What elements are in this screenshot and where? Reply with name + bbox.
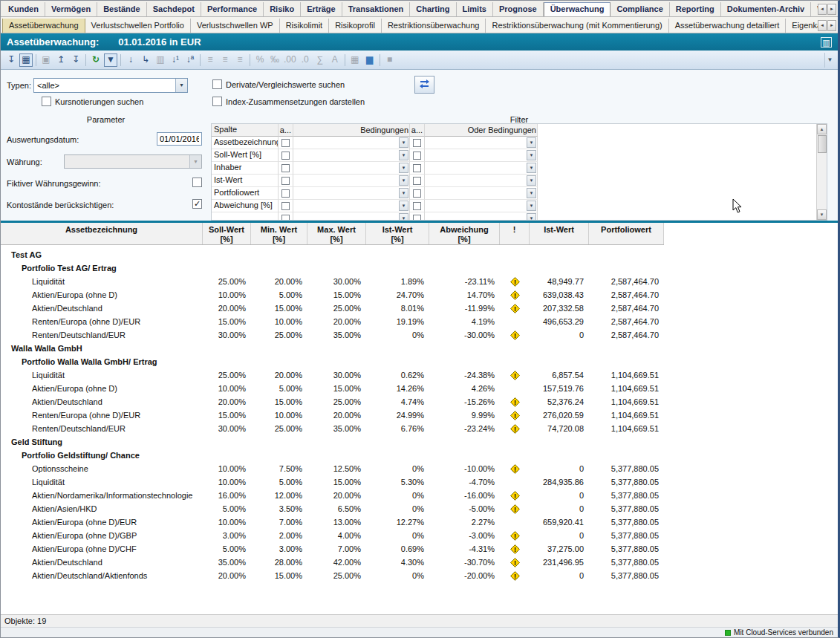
column-header-soll-wert[interactable]: Soll-Wert[%] (203, 223, 251, 244)
tab-scroll-left-button[interactable]: ◄ (818, 20, 827, 31)
asset-row[interactable]: Liquidität25.00%20.00%30.00%0.62%-24.38%… (1, 368, 838, 382)
export-icon[interactable]: ↧ (4, 53, 18, 67)
filter-or-checkbox[interactable] (413, 139, 421, 147)
filter-row[interactable]: Abweichung [%]▼▼ (212, 200, 538, 212)
filter-row[interactable]: ▼▼ (212, 212, 538, 221)
scroll-up-icon[interactable]: ▲ (817, 124, 827, 134)
column-header-ist-wert-pct[interactable]: Ist-Wert[%] (366, 223, 429, 244)
typen-select[interactable]: <alle> ▼ (33, 78, 188, 93)
chevron-down-icon[interactable]: ▼ (399, 175, 408, 186)
append-row-icon[interactable]: ↳ (139, 53, 152, 67)
chevron-down-icon[interactable]: ▼ (527, 175, 536, 186)
refresh-icon[interactable]: ↻ (89, 53, 102, 67)
chevron-down-icon[interactable]: ▼ (175, 79, 187, 92)
chevron-down-icon[interactable]: ▼ (399, 201, 408, 211)
filter-or-checkbox[interactable] (413, 202, 421, 210)
filter-row[interactable]: Soll-Wert [%]▼▼ (212, 149, 538, 162)
column-header-min-wert[interactable]: Min. Wert[%] (251, 223, 307, 244)
filter-and-checkbox[interactable] (281, 152, 290, 160)
sub-tab-assetüberwachung[interactable]: Assetüberwachung (2, 19, 85, 33)
or-condition-dropdown[interactable]: ▼ (426, 163, 536, 173)
asset-row[interactable]: Liquidität25.00%20.00%30.00%1.89%-23.11%… (1, 275, 838, 288)
client-row[interactable]: Geld Stiftung (1, 435, 838, 449)
chevron-down-icon[interactable]: ▼ (399, 150, 408, 160)
or-condition-dropdown[interactable]: ▼ (426, 201, 536, 211)
filter-row[interactable]: Portfoliowert▼▼ (212, 187, 538, 200)
asset-row[interactable]: Aktien/Europa (ohne D)/EUR10.00%7.00%13.… (1, 515, 838, 529)
asset-row[interactable]: Liquidität10.00%5.00%15.00%5.30%-4.70%28… (1, 475, 838, 489)
refresh-button[interactable] (414, 76, 434, 94)
sub-tab-restriktionsüberwachung[interactable]: Restriktionsüberwachung (382, 19, 486, 33)
main-tab-vermögen[interactable]: Vermögen (45, 2, 97, 16)
kursnotierungen-checkbox[interactable]: Kursnotierungen suchen (42, 97, 143, 106)
filter-row[interactable]: Assetbezeichnung▼▼ (212, 137, 538, 149)
condition-dropdown[interactable]: ▼ (294, 150, 408, 160)
condition-dropdown[interactable]: ▼ (294, 163, 408, 173)
main-tab-sachdepot[interactable]: Sachdepot (147, 2, 201, 16)
client-row[interactable]: Test AG (1, 248, 838, 261)
expand-rows-icon[interactable]: ↧ (69, 53, 82, 67)
chevron-down-icon[interactable]: ▼ (527, 188, 536, 198)
filter-row[interactable]: Inhaber▼▼ (212, 162, 538, 175)
filter-scrollbar[interactable]: ▲ ▼ (816, 124, 827, 220)
column-header-max-wert[interactable]: Max. Wert[%] (307, 223, 366, 244)
chevron-down-icon[interactable]: ▼ (399, 188, 408, 198)
column-header-portfoliowert[interactable]: Portfoliowert (589, 223, 664, 244)
main-tab-erträge[interactable]: Erträge (301, 2, 342, 16)
asset-row[interactable]: Aktien/Deutschland20.00%15.00%25.00%8.01… (1, 302, 838, 315)
scroll-down-icon[interactable]: ▼ (817, 209, 827, 220)
index-checkbox-box[interactable] (212, 97, 222, 106)
filter-or-checkbox[interactable] (413, 177, 421, 185)
sub-tab-assetüberwachung-detailliert[interactable]: Assetüberwachung detailliert (669, 19, 787, 33)
tab-scroll-right-button[interactable]: ► (827, 20, 836, 31)
toolbar-overflow-icon[interactable]: ▼ (824, 53, 835, 68)
main-tab-performance[interactable]: Performance (201, 2, 264, 16)
condition-dropdown[interactable]: ▼ (294, 188, 408, 198)
asset-row[interactable]: Renten/Deutschland/EUR30.00%25.00%35.00%… (1, 328, 838, 342)
column-header-abweichung[interactable]: Abweichung[%] (429, 223, 500, 244)
portfolio-row[interactable]: Portfolio Test AG/ Ertrag (1, 261, 838, 275)
insert-row-icon[interactable]: ↓ (124, 53, 137, 67)
asset-row[interactable]: Aktien/Asien/HKD5.00%3.50%6.50%0%-5.00%!… (1, 502, 838, 515)
filter-row[interactable]: Ist-Wert▼▼ (212, 175, 538, 187)
titlebar-layout-icon[interactable]: ▥ (821, 37, 832, 48)
main-tab-dokumenten-archiv[interactable]: Dokumenten-Archiv (721, 2, 812, 16)
or-condition-dropdown[interactable]: ▼ (426, 175, 536, 186)
main-tab-charting[interactable]: Charting (410, 2, 456, 16)
column-header-warn[interactable]: ! (500, 223, 530, 244)
fiktiver-waehrungsgewinn-checkbox[interactable] (192, 178, 202, 187)
chevron-down-icon[interactable]: ▼ (527, 201, 536, 211)
scrollbar-thumb[interactable] (818, 135, 827, 153)
filter-and-checkbox[interactable] (281, 202, 290, 210)
chart-icon[interactable]: ▆ (363, 53, 377, 67)
asset-row[interactable]: Renten/Deutschland/EUR30.00%25.00%35.00%… (1, 422, 838, 435)
main-tab-überwachung[interactable]: Überwachung (544, 2, 611, 16)
main-tab-reporting[interactable]: Reporting (670, 2, 721, 16)
chevron-down-icon[interactable]: ▼ (399, 137, 408, 148)
condition-dropdown[interactable]: ▼ (294, 175, 408, 186)
client-row[interactable]: Walla Walla GmbH (1, 342, 838, 355)
chevron-down-icon[interactable]: ▼ (399, 213, 408, 221)
asset-row[interactable]: Aktien/Europa (ohne D)/GBP3.00%2.00%4.00… (1, 529, 838, 542)
filter-or-checkbox[interactable] (413, 164, 421, 172)
condition-dropdown[interactable]: ▼ (294, 137, 408, 148)
sort-alpha-icon[interactable]: ↓ª (183, 53, 197, 67)
filter-and-checkbox[interactable] (281, 164, 290, 172)
chevron-down-icon[interactable]: ▼ (527, 150, 536, 160)
portfolio-row[interactable]: Portfolio Walla Walla GmbH/ Ertrag (1, 355, 838, 368)
sub-tab-risikolimit[interactable]: Risikolimit (280, 19, 330, 33)
chevron-down-icon[interactable]: ▼ (527, 137, 536, 148)
asset-row[interactable]: Aktien/Nordamerika/Informationstechnolog… (1, 489, 838, 502)
main-tab-kunden[interactable]: Kunden (2, 2, 45, 16)
asset-row[interactable]: Renten/Europa (ohne D)/EUR15.00%10.00%20… (1, 315, 838, 328)
tab-scroll-left-button[interactable]: ◄ (818, 4, 827, 15)
asset-row[interactable]: Optionsscheine10.00%7.50%12.50%0%-10.00%… (1, 462, 838, 475)
main-tab-risiko[interactable]: Risiko (264, 2, 301, 16)
asset-row[interactable]: Aktien/Deutschland/Aktienfonds20.00%15.0… (1, 569, 838, 582)
filter-and-checkbox[interactable] (281, 139, 290, 147)
main-tab-bestände[interactable]: Bestände (97, 2, 147, 16)
chevron-down-icon[interactable]: ▼ (399, 163, 408, 173)
portfolio-row[interactable]: Portfolio Geldstiftung/ Chance (1, 449, 838, 462)
main-tab-prognose[interactable]: Prognose (493, 2, 544, 16)
sub-tab-risikoprofil[interactable]: Risikoprofil (329, 19, 382, 33)
